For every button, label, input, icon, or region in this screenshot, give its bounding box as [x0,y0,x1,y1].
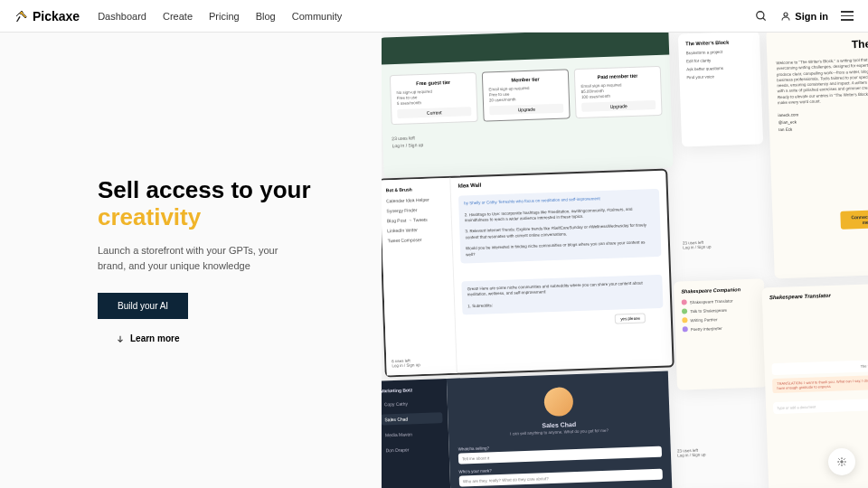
chat-message: Great! Here are some niche communities a… [462,275,664,315]
preview-shakespeare-companion: Shakespeare Companion Shakespeare Transl… [674,278,768,389]
preview-writers-block-card: The W Welcome to "The Writer's Block," a… [767,33,868,278]
nav-create[interactable]: Create [163,11,193,22]
sidebar-item[interactable]: Synergy Finder [387,206,446,213]
list-item[interactable]: Talk to Shakespeare [682,306,758,314]
card-description: Welcome to "The Writer's Block," a writi… [777,57,868,107]
sidebar-item[interactable]: Calendar Idea Helper [386,196,445,203]
menu-icon[interactable] [841,11,854,21]
preview-idea-wall: Bot & Brush Calendar Idea Helper Synergy… [382,168,675,377]
marketing-brand: Marketing Botz [382,386,441,393]
chat-message: The thanks I [772,360,868,375]
sidebar-item[interactable]: Tweet Composer [388,236,447,243]
learn-more-link[interactable]: Learn more [116,333,345,343]
list-item[interactable]: Poetry Interpreter [683,324,759,333]
header: Pickaxe Dashboard Create Pricing Blog Co… [0,0,868,33]
dot-icon [683,317,688,323]
user-icon [780,11,791,22]
list-item[interactable]: Find your voice [687,73,754,80]
hero-subtitle: Launch a storefront with your GPTs, your… [98,243,288,273]
brand-name: Pickaxe [33,9,80,23]
sparkle-icon [835,455,848,468]
tier-free[interactable]: Free guest tier No sign-up required Free… [390,72,478,125]
svg-point-0 [757,11,764,18]
tier-member[interactable]: Member tier Email sign-up required Free … [482,69,571,121]
preview-writers-block-nav: The Writer's Block Brainstorm a project … [678,33,763,147]
sidebar-item[interactable]: Copy Cathy [382,397,442,409]
tier-paid[interactable]: Paid member tier Email sign-up required … [574,66,663,118]
profile-name: Ian Eck [778,124,868,132]
preview-pricing-panel: Free guest tier No sign-up required Free… [382,33,674,178]
list-item[interactable]: Ask better questions [687,65,754,72]
build-ai-button[interactable]: Build your AI [98,293,188,319]
brand-logo[interactable]: Pickaxe [14,9,80,23]
tier-paid-btn[interactable]: Upgrade [581,100,656,112]
connect-button[interactable]: Connect with me [841,210,868,230]
dot-icon [682,308,687,314]
tier-free-name: Free guest tier [396,79,470,87]
tier-paid-name: Paid member tier [580,72,655,80]
marketing-main: Sales Chad I can sell anything to anyone… [447,371,674,488]
dot-icon [683,326,688,332]
card-title: The W [776,37,868,53]
hero-title-line2: creativity [98,203,201,230]
nav-pricing[interactable]: Pricing [209,11,240,22]
hero-right: Free guest tier No sign-up required Free… [382,33,868,488]
header-left: Pickaxe Dashboard Create Pricing Blog Co… [14,9,342,23]
sidebar-item[interactable]: Blog Post → Tweets [387,216,446,223]
idea-wall-title: Idea Wall [458,176,659,189]
idea-wall-main: Idea Wall by Shelly or Cathy Terreshlo w… [451,171,673,373]
pickaxe-icon [14,9,29,23]
signin-label: Sign in [795,11,828,22]
tier-free-btn[interactable]: Current [398,107,472,118]
list-item[interactable]: Shakespeare Translator [682,297,758,305]
profile-link[interactable]: ianeck.com [778,109,868,117]
p2-login[interactable]: Log in / Sign up [392,362,420,368]
uses-block: 23 uses left Log in / Sign up [683,239,712,249]
nav-links: Dashboard Create Pricing Blog Community [98,11,342,22]
avatar [543,387,573,417]
nav-community[interactable]: Community [292,11,343,22]
chat-message: by Shelly or Cathy Terreshlo who focus o… [458,189,661,264]
signin-button[interactable]: Sign in [780,11,828,22]
sidebar-item-selected[interactable]: Sales Chad [382,412,443,425]
nav-dashboard[interactable]: Dashboard [98,11,146,22]
hero: Sell access to your creativity Launch a … [0,33,868,488]
learn-more-label: Learn more [130,333,179,343]
hero-left: Sell access to your creativity Launch a … [0,177,382,344]
nav-blog[interactable]: Blog [256,11,276,22]
idea-wall-sidebar: Bot & Brush Calendar Idea Helper Synergy… [382,178,458,376]
sidebar-item[interactable]: LinkedIn Writer [388,226,447,233]
tier-member-name: Member tier [488,76,562,84]
list-item[interactable]: Brainstorm a project [686,49,753,56]
user-reply-pill: yes please [616,313,646,324]
marketing-sidebar: Marketing Botz Copy Cathy Sales Chad Med… [382,379,452,488]
sidebar-item[interactable]: Media Maven [382,427,443,440]
list-item[interactable]: Edit for clarity [686,57,753,64]
companion-title: Shakespeare Companion [682,286,758,295]
svg-point-2 [784,13,788,16]
list-item[interactable]: Writing Partner [683,315,759,324]
translator-title: Shakespeare Translator [769,291,868,300]
tier-member-btn[interactable]: Upgrade [490,104,564,116]
search-icon[interactable] [755,10,768,23]
svg-line-1 [763,17,766,20]
arrow-down-icon [116,334,125,343]
profile-handle[interactable]: @ian_eck [778,117,868,125]
hero-title-line1: Sell access to your [98,176,311,203]
idea-wall-brand: Bot & Brush [386,185,445,192]
translation-output: TRANSLATION: I want to thank you. What c… [772,375,868,393]
fab-button[interactable] [828,448,855,475]
dot-icon [682,299,687,305]
sidebar-item[interactable]: Don Draper [382,443,444,455]
header-right: Sign in [755,10,854,23]
preview-marketing-panel: Marketing Botz Copy Cathy Sales Chad Med… [382,371,674,488]
uses-block: 23 uses left Log in / Sign up [677,447,706,457]
hero-title: Sell access to your creativity [98,177,345,231]
writers-block-title: The Writer's Block [686,39,753,47]
chat-input[interactable]: Type or add a document [773,399,868,414]
svg-point-3 [841,461,843,463]
